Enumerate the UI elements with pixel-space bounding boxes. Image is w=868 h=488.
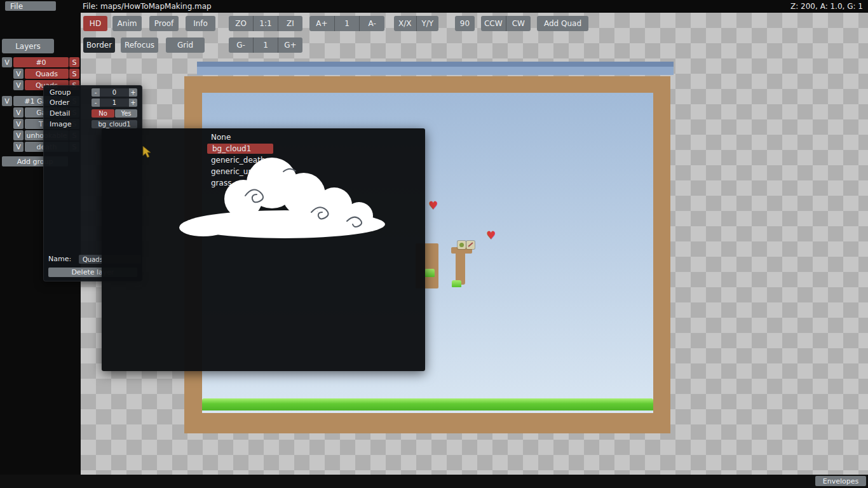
group-field-label: Group [50,88,71,97]
hd-toggle-button[interactable]: HD [83,16,107,31]
map-tile-structure-2-stem [456,247,465,285]
pickup-tile-icon-1 [458,241,466,249]
order-value: 1 [100,98,129,107]
pickup-tile-icon-2 [466,241,475,249]
anim-speed-group: A+ 1 A- [309,16,384,31]
layer-visibility-toggle[interactable]: V [13,130,24,140]
layer-visibility-toggle[interactable]: V [13,80,24,90]
grid-decrease-button[interactable]: G- [229,37,254,53]
mirror-x-button[interactable]: X/X [394,16,417,31]
info-toggle-button[interactable]: Info [186,16,215,31]
heart-pickup-1: ♥ [428,200,438,211]
heart-pickup-2: ♥ [486,230,496,241]
refocus-button[interactable]: Refocus [121,37,158,53]
mirror-group: X/X Y/Y [394,16,438,31]
layer-visibility-toggle[interactable]: V [13,119,24,129]
group-decrease-button[interactable]: - [92,88,100,97]
zoom-out-button[interactable]: ZO [229,16,254,31]
file-path-label: File: maps/HowToMapMaking.map [83,0,212,13]
layers-panel-button[interactable]: Layers [2,39,54,53]
anim-speed-value: 1 [335,16,360,31]
layer-save-toggle[interactable]: S [69,69,79,79]
name-field-label: Name: [48,254,71,264]
order-decrease-button[interactable]: - [92,98,100,107]
add-quad-button[interactable]: Add Quad [537,16,588,31]
image-option-none[interactable]: None [211,132,231,142]
bottom-bar: Envelopes [0,475,868,488]
image-field-label: Image [50,119,71,129]
layer-visibility-toggle[interactable]: V [2,96,12,106]
file-menu-button[interactable]: File [5,1,56,11]
rotate-amount-value[interactable]: 90 [455,16,475,31]
grid-size-group: G- 1 G+ [229,37,302,53]
layer-visibility-toggle[interactable]: V [13,69,24,79]
rotate-group: CCW CW [481,16,531,31]
rotate-ccw-button[interactable]: CCW [481,16,506,31]
zoom-reset-button[interactable]: 1:1 [254,16,278,31]
mirror-y-button[interactable]: Y/Y [417,16,439,31]
detail-yes-button[interactable]: Yes [115,109,137,118]
layer-save-toggle[interactable]: S [69,57,79,67]
group-row-0[interactable]: #0 [13,57,69,67]
layer-visibility-toggle[interactable]: V [13,142,24,152]
map-editor-screen: ♥ ♥ File File: maps/HowToMapMaking.map Z… [0,0,868,488]
group-value: 0 [100,88,129,97]
layer-visibility-toggle[interactable]: V [2,57,12,67]
rotate-cw-button[interactable]: CW [506,16,531,31]
zoom-in-button[interactable]: ZI [278,16,302,31]
map-grass-tuft-2 [452,280,461,287]
group-increase-button[interactable]: + [129,88,137,97]
detail-no-button[interactable]: No [92,109,114,118]
image-select-button[interactable]: bg_cloud1 [92,120,137,128]
proof-toggle-button[interactable]: Proof [149,16,179,31]
top-bar: File File: maps/HowToMapMaking.map Z: 20… [0,0,868,13]
image-picker-dropdown: None bg_cloud1 generic_death generic_unh… [102,128,425,371]
envelopes-button[interactable]: Envelopes [815,476,866,486]
map-grass-tuft-1 [424,269,435,277]
anim-toggle-button[interactable]: Anim [112,16,142,31]
layer-row-quads-1[interactable]: Quads [25,69,69,79]
border-button[interactable]: Border [83,37,115,53]
mouse-cursor-icon [142,146,153,159]
order-increase-button[interactable]: + [129,98,137,107]
detail-field-label: Detail [50,109,70,118]
group-stepper: - 0 + [92,88,137,97]
anim-slower-button[interactable]: A- [360,16,384,31]
status-readout: Z: 200, A: 1.0, G: 1 [790,0,863,13]
pickup-tiles [458,241,475,249]
order-stepper: - 1 + [92,98,137,107]
map-background-strip [197,62,674,75]
grid-increase-button[interactable]: G+ [278,37,302,53]
image-preview-cloud [177,145,405,243]
map-grass-strip [202,398,653,410]
zoom-control-group: ZO 1:1 ZI [229,16,302,31]
layer-visibility-toggle[interactable]: V [13,107,24,118]
anim-faster-button[interactable]: A+ [309,16,335,31]
grid-button[interactable]: Grid [166,37,205,53]
grid-size-value: 1 [254,37,278,53]
order-field-label: Order [50,98,69,107]
